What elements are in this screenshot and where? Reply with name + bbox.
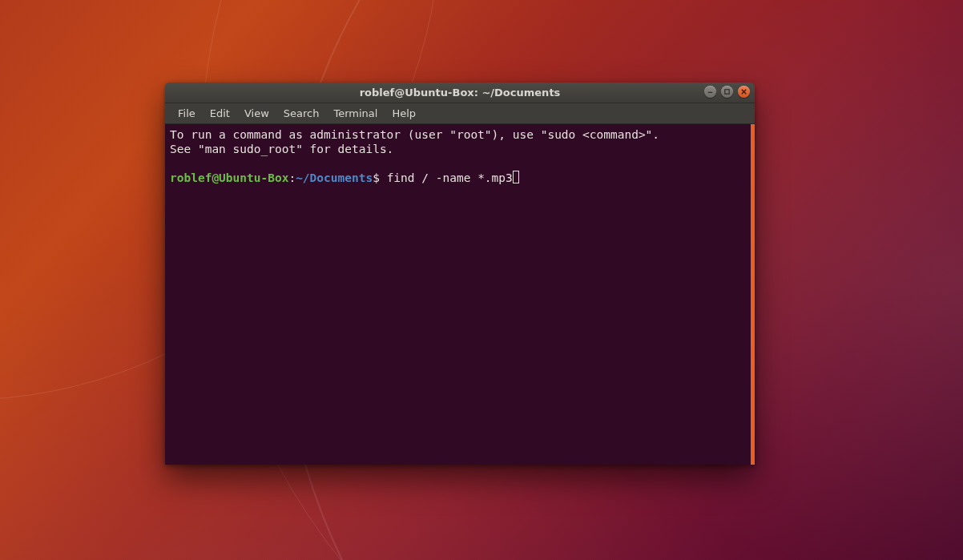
menu-file[interactable]: File bbox=[171, 105, 202, 122]
close-button[interactable] bbox=[738, 86, 750, 98]
terminal-content[interactable]: To run a command as administrator (user … bbox=[165, 124, 751, 465]
minimize-icon bbox=[707, 88, 714, 95]
terminal-output-line: See "man sudo_root" for details. bbox=[170, 143, 393, 155]
svg-rect-1 bbox=[725, 90, 729, 94]
prompt-symbol: $ bbox=[373, 171, 380, 184]
close-icon bbox=[740, 88, 747, 95]
menu-edit[interactable]: Edit bbox=[203, 105, 236, 122]
maximize-icon bbox=[723, 88, 731, 95]
maximize-button[interactable] bbox=[721, 86, 733, 98]
menu-view[interactable]: View bbox=[238, 105, 276, 122]
prompt-path: ~/Documents bbox=[296, 171, 373, 184]
terminal-command: find / -name *.mp3 bbox=[387, 171, 513, 184]
minimize-button[interactable] bbox=[704, 86, 716, 98]
terminal-output-line: To run a command as administrator (user … bbox=[170, 128, 659, 141]
scrollbar[interactable] bbox=[751, 124, 755, 465]
menu-terminal[interactable]: Terminal bbox=[327, 105, 384, 122]
prompt-user-host: roblef@Ubuntu-Box bbox=[170, 171, 288, 184]
menu-help[interactable]: Help bbox=[385, 105, 422, 122]
window-titlebar[interactable]: roblef@Ubuntu-Box: ~/Documents bbox=[165, 83, 755, 103]
menubar: File Edit View Search Terminal Help bbox=[165, 103, 755, 124]
cursor-icon bbox=[513, 171, 519, 183]
terminal-body: To run a command as administrator (user … bbox=[165, 124, 755, 465]
terminal-window: roblef@Ubuntu-Box: ~/Documents File Edit… bbox=[165, 83, 755, 465]
menu-search[interactable]: Search bbox=[277, 105, 326, 122]
window-title: roblef@Ubuntu-Box: ~/Documents bbox=[360, 87, 561, 99]
window-controls bbox=[704, 86, 750, 98]
prompt-separator: : bbox=[288, 171, 296, 184]
